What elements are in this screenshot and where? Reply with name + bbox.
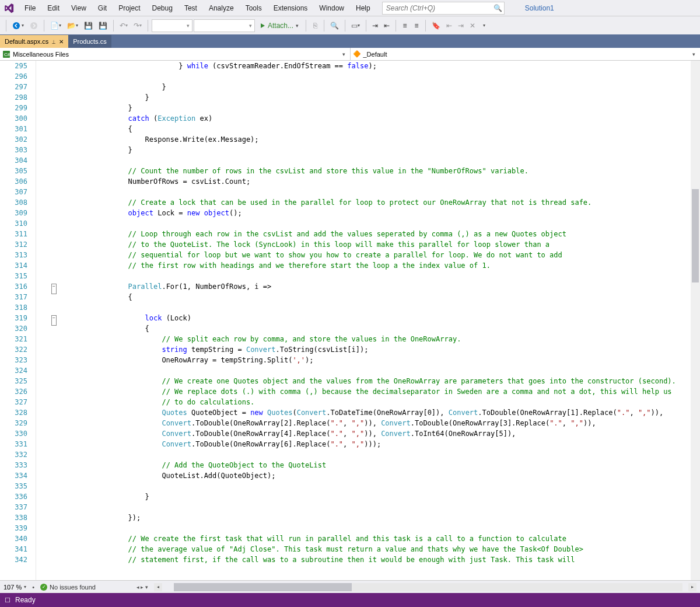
code-editor[interactable]: 2952962972982993003013023033043053063073… xyxy=(0,61,700,580)
scrollbar-thumb[interactable] xyxy=(174,583,352,591)
search-icon[interactable]: 🔍 xyxy=(492,4,504,12)
save-all-button[interactable]: 💾 xyxy=(96,19,110,32)
prev-bookmark-button: ⇤ xyxy=(444,19,454,32)
comment-out-button[interactable]: ≡ xyxy=(400,19,410,32)
find-in-files-button[interactable]: 🔍 xyxy=(328,19,341,32)
solution-selector[interactable]: Solution1 xyxy=(517,1,562,15)
chevron-down-icon: ▾ xyxy=(340,51,348,57)
status-bar: ☐ Ready xyxy=(0,593,700,607)
pin-icon[interactable]: ⟂ xyxy=(52,39,55,45)
member-dropdown[interactable]: 🔶 _Default ▾ xyxy=(351,48,701,60)
standard-toolbar: ▾ 📄▾ 📂▾ 💾 💾 ↶▾ ↷▾ ▾ ▾ Attach... ▾ ⎘ 🔍 ▭▾… xyxy=(0,16,700,35)
vertical-scrollbar[interactable] xyxy=(691,61,700,580)
undo-button: ↶▾ xyxy=(117,19,130,32)
document-tabs: Default.aspx.cs ⟂ ✕ Products.cs xyxy=(0,35,700,48)
svg-text:C#: C# xyxy=(4,52,10,57)
menu-git[interactable]: Git xyxy=(92,2,113,15)
step-button: ⎘ xyxy=(310,19,320,32)
editor-footer: 107 %▾ • ✓ No issues found ◂ ▸ ▾ ◂ ▸ xyxy=(0,580,700,593)
menu-tools[interactable]: Tools xyxy=(240,2,268,15)
svg-point-0 xyxy=(13,22,20,29)
code-nav-bar: C# Miscellaneous Files ▾ 🔶 _Default ▾ xyxy=(0,48,700,61)
csharp-file-icon: C# xyxy=(2,51,10,58)
issues-indicator[interactable]: ✓ No issues found xyxy=(40,584,96,591)
chevron-down-icon: ▾ xyxy=(690,51,698,57)
menu-analyze[interactable]: Analyze xyxy=(203,2,240,15)
indent-button[interactable]: ⇥ xyxy=(370,19,380,32)
menu-extensions[interactable]: Extensions xyxy=(268,2,314,15)
open-file-button[interactable]: 📂▾ xyxy=(65,19,80,32)
comment-button[interactable]: ▭▾ xyxy=(349,19,362,32)
menu-window[interactable]: Window xyxy=(313,2,350,15)
menu-project[interactable]: Project xyxy=(113,2,146,15)
vs-logo-icon xyxy=(2,2,15,15)
horizontal-scrollbar[interactable] xyxy=(174,583,682,591)
output-icon[interactable]: ☐ xyxy=(5,596,10,604)
tab-products-cs[interactable]: Products.cs xyxy=(68,35,111,48)
fold-column: −− xyxy=(36,61,61,580)
toolbar-options[interactable]: ▾ xyxy=(479,19,489,32)
outdent-button[interactable]: ⇤ xyxy=(382,19,392,32)
svg-point-1 xyxy=(30,22,37,29)
scope-dropdown[interactable]: C# Miscellaneous Files ▾ xyxy=(0,48,351,60)
scroll-right-button[interactable]: ▸ xyxy=(688,583,696,591)
menu-file[interactable]: File xyxy=(19,2,41,15)
line-number-gutter: 2952962972982993003013023033043053063073… xyxy=(0,61,36,580)
save-button[interactable]: 💾 xyxy=(82,19,95,32)
bookmark-button[interactable]: 🔖 xyxy=(429,19,443,32)
next-bookmark-button: ⇥ xyxy=(456,19,466,32)
close-icon[interactable]: ✕ xyxy=(59,39,64,45)
menu-view[interactable]: View xyxy=(65,2,92,15)
menu-edit[interactable]: Edit xyxy=(41,2,65,15)
menu-test[interactable]: Test xyxy=(178,2,203,15)
menu-help[interactable]: Help xyxy=(350,2,376,15)
menu-debug[interactable]: Debug xyxy=(146,2,178,15)
zoom-control[interactable]: 107 %▾ xyxy=(4,584,26,591)
uncomment-button[interactable]: ≡ xyxy=(411,19,422,32)
check-icon: ✓ xyxy=(40,584,47,591)
platform-dropdown[interactable]: ▾ xyxy=(194,19,255,32)
scrollbar-thumb[interactable] xyxy=(692,189,699,282)
nav-back-button[interactable]: ▾ xyxy=(10,19,26,32)
new-project-button[interactable]: 📄▾ xyxy=(48,19,64,32)
class-icon: 🔶 xyxy=(353,51,361,58)
nav-forward-button xyxy=(27,19,40,32)
config-dropdown[interactable]: ▾ xyxy=(152,19,192,32)
menu-bar: FileEditViewGitProjectDebugTestAnalyzeTo… xyxy=(0,0,700,16)
code-content[interactable]: } while (csvStreamReader.EndOfStream == … xyxy=(61,61,700,580)
search-input[interactable] xyxy=(383,4,492,12)
nav-arrows[interactable]: ◂ ▸ ▾ xyxy=(136,584,148,590)
quick-search[interactable]: 🔍 xyxy=(382,2,505,15)
attach-button[interactable]: Attach... ▾ xyxy=(256,19,302,32)
scroll-left-button[interactable]: ◂ xyxy=(154,583,162,591)
status-text: Ready xyxy=(15,596,36,604)
clear-bookmarks-button: ✕ xyxy=(467,19,478,32)
tab-default-aspx-cs[interactable]: Default.aspx.cs ⟂ ✕ xyxy=(0,35,68,48)
redo-button: ↷▾ xyxy=(131,19,144,32)
